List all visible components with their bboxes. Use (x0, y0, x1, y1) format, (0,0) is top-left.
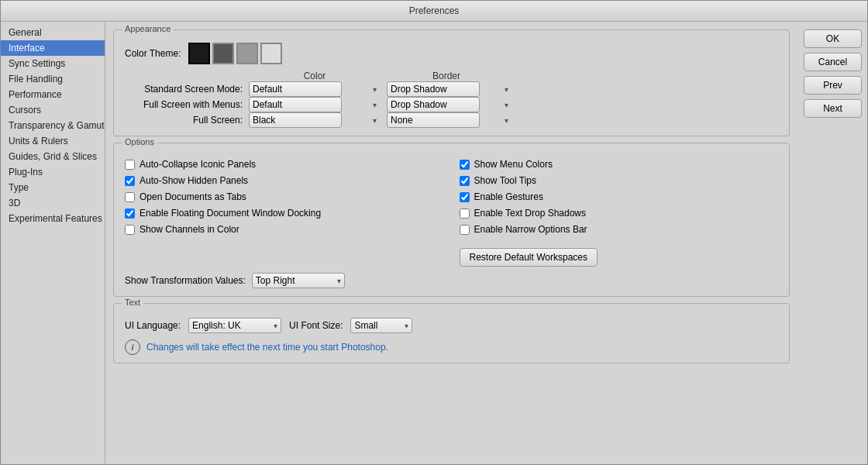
sidebar-item-interface[interactable]: Interface (1, 40, 105, 56)
sidebar-item-experimental-features[interactable]: Experimental Features (1, 211, 105, 226)
standard-screen-color-wrapper: Default Black White Gray (249, 81, 381, 97)
standard-screen-border-wrapper: Drop Shadow None Line (387, 81, 512, 97)
show-menu-colors-label: Show Menu Colors (474, 159, 553, 170)
language-select-wrapper: English: UK English: US French German Sp… (188, 318, 281, 333)
full-screen-menus-border-select[interactable]: Drop Shadow None Line (387, 97, 480, 112)
info-row: i Changes will take effect the next time… (125, 339, 778, 355)
auto-collapse-label: Auto-Collapse Iconic Panels (140, 159, 256, 170)
options-title: Options (122, 137, 157, 146)
appearance-section: Appearance Color Theme: Color Border Sta… (113, 29, 790, 136)
show-channels-color-checkbox[interactable] (125, 225, 135, 235)
font-size-select-wrapper: Small Medium Large (350, 318, 412, 333)
transform-label: Show Transformation Values: (125, 275, 246, 286)
sidebar-item-plug-ins[interactable]: Plug-Ins (1, 164, 105, 180)
auto-show-hidden-checkbox[interactable] (125, 176, 135, 186)
info-text: Changes will take effect the next time y… (146, 342, 388, 353)
main-area: Appearance Color Theme: Color Border Sta… (105, 22, 797, 464)
standard-screen-border-select[interactable]: Drop Shadow None Line (387, 81, 480, 97)
prev-button[interactable]: Prev (804, 76, 862, 95)
font-size-select[interactable]: Small Medium Large (350, 318, 412, 333)
enable-gestures-label: Enable Gestures (474, 191, 543, 202)
auto-collapse-row: Auto-Collapse Iconic Panels (125, 159, 444, 170)
show-menu-colors-checkbox[interactable] (460, 160, 470, 170)
show-channels-color-row: Show Channels in Color (125, 224, 444, 235)
floating-window-docking-label: Enable Floating Document Window Docking (140, 208, 321, 219)
floating-window-docking-row: Enable Floating Document Window Docking (125, 208, 444, 219)
show-menu-colors-row: Show Menu Colors (460, 159, 779, 170)
enable-narrow-options-row: Enable Narrow Options Bar (460, 224, 779, 235)
title-bar: Preferences (1, 1, 867, 22)
enable-text-drop-shadows-label: Enable Text Drop Shadows (474, 208, 587, 219)
sidebar-item-general[interactable]: General (1, 25, 105, 40)
enable-text-drop-shadows-row: Enable Text Drop Shadows (460, 208, 779, 219)
full-screen-color-select[interactable]: Default Black White Gray (249, 112, 342, 128)
show-tool-tips-row: Show Tool Tips (460, 175, 779, 186)
text-section-content: UI Language: English: UK English: US Fre… (125, 318, 778, 355)
text-section: Text UI Language: English: UK English: U… (113, 303, 790, 363)
color-swatch-light-gray[interactable] (260, 43, 282, 64)
sidebar-item-units-rulers[interactable]: Units & Rulers (1, 133, 105, 149)
sidebar-item-cursors[interactable]: Cursors (1, 102, 105, 118)
sidebar-item-type[interactable]: Type (1, 180, 105, 195)
auto-collapse-checkbox[interactable] (125, 160, 135, 170)
enable-gestures-checkbox[interactable] (460, 192, 470, 202)
next-button[interactable]: Next (804, 99, 862, 118)
enable-text-drop-shadows-checkbox[interactable] (460, 208, 470, 219)
full-screen-menus-color-select[interactable]: Default Black White Gray (249, 97, 342, 112)
full-screen-border-select[interactable]: Drop Shadow None Line (387, 112, 480, 128)
transform-values-wrapper: Top Right Bottom Right Top Left Bottom L… (252, 273, 345, 288)
sidebar-item-3d[interactable]: 3D (1, 195, 105, 211)
enable-narrow-options-label: Enable Narrow Options Bar (474, 224, 587, 235)
enable-gestures-row: Enable Gestures (460, 191, 779, 202)
full-screen-menus-color-wrapper: Default Black White Gray (249, 97, 381, 112)
color-swatch-dark-gray[interactable] (212, 43, 234, 64)
ok-button[interactable]: OK (804, 29, 862, 48)
standard-screen-color-select[interactable]: Default Black White Gray (249, 81, 342, 97)
transform-row: Show Transformation Values: Top Right Bo… (125, 273, 778, 288)
font-size-label: UI Font Size: (289, 320, 343, 331)
sidebar-item-guides-grid-slices[interactable]: Guides, Grid & Slices (1, 149, 105, 164)
show-tool-tips-checkbox[interactable] (460, 176, 470, 186)
window-title: Preferences (409, 5, 460, 16)
preferences-window: Preferences General Interface Sync Setti… (0, 0, 868, 465)
standard-screen-label: Standard Screen Mode: (125, 84, 249, 95)
sidebar-item-performance[interactable]: Performance (1, 87, 105, 102)
color-swatch-black[interactable] (188, 43, 210, 64)
appearance-title: Appearance (122, 24, 174, 33)
enable-narrow-options-checkbox[interactable] (460, 225, 470, 235)
options-section: Options Auto-Collapse Iconic Panels Auto… (113, 143, 790, 297)
show-tool-tips-label: Show Tool Tips (474, 175, 537, 186)
language-label: UI Language: (125, 320, 181, 331)
show-channels-color-label: Show Channels in Color (140, 224, 239, 235)
cancel-button[interactable]: Cancel (804, 53, 862, 71)
auto-show-hidden-row: Auto-Show Hidden Panels (125, 175, 444, 186)
floating-window-docking-checkbox[interactable] (125, 208, 135, 219)
color-theme-row: Color Theme: (125, 43, 778, 64)
restore-default-workspaces-button[interactable]: Restore Default Workspaces (460, 248, 598, 267)
full-screen-menus-border-wrapper: Drop Shadow None Line (387, 97, 512, 112)
language-select[interactable]: English: UK English: US French German Sp… (188, 318, 281, 333)
full-screen-menus-label: Full Screen with Menus: (125, 99, 249, 110)
full-screen-border-wrapper: Drop Shadow None Line (387, 112, 512, 128)
sidebar-item-file-handling[interactable]: File Handling (1, 71, 105, 87)
right-buttons-panel: OK Cancel Prev Next (797, 22, 867, 464)
open-docs-tabs-row: Open Documents as Tabs (125, 191, 444, 202)
open-docs-tabs-checkbox[interactable] (125, 192, 135, 202)
color-theme-label: Color Theme: (125, 48, 181, 59)
sidebar: General Interface Sync Settings File Han… (1, 22, 105, 464)
full-screen-color-wrapper: Default Black White Gray (249, 112, 381, 128)
auto-show-hidden-label: Auto-Show Hidden Panels (140, 175, 248, 186)
border-col-header: Border (381, 71, 512, 81)
sidebar-item-transparency-gamut[interactable]: Transparency & Gamut (1, 118, 105, 133)
language-row: UI Language: English: UK English: US Fre… (125, 318, 778, 333)
full-screen-label: Full Screen: (125, 115, 249, 126)
info-icon: i (125, 339, 140, 355)
color-col-header: Color (249, 71, 381, 81)
color-swatch-medium-gray[interactable] (236, 43, 258, 64)
sidebar-item-sync-settings[interactable]: Sync Settings (1, 56, 105, 71)
text-section-title: Text (122, 298, 143, 307)
open-docs-tabs-label: Open Documents as Tabs (140, 191, 246, 202)
transform-values-select[interactable]: Top Right Bottom Right Top Left Bottom L… (252, 273, 345, 288)
